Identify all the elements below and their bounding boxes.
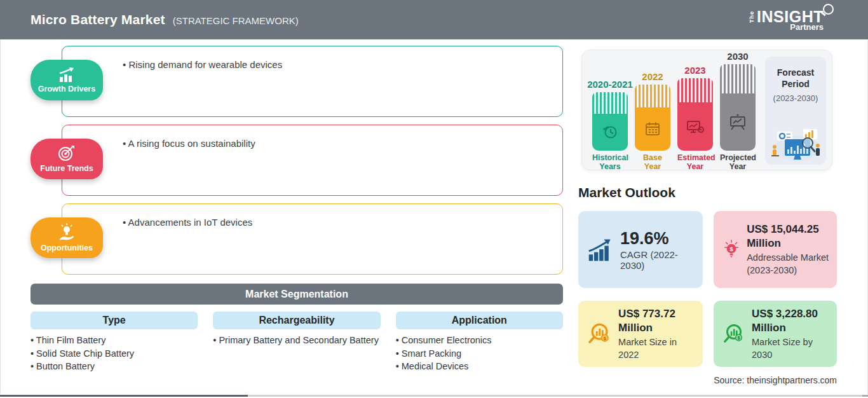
- projection-screen-icon: [728, 113, 747, 131]
- bar: [677, 78, 713, 151]
- opportunities-box: Advancements in IoT devices: [62, 203, 563, 275]
- timeline-bar-projected: 2030: [720, 51, 756, 151]
- logo-partners-text: Partners: [790, 23, 824, 31]
- forecast-illustration: [768, 124, 823, 161]
- cagr-value: 19.6%: [620, 229, 695, 248]
- bar-stripes: [677, 78, 713, 102]
- opportunities-badge: Opportunities: [31, 217, 103, 258]
- bar: [635, 85, 670, 151]
- bar-label-base: Base Year: [635, 153, 670, 171]
- segmentation-lists: Thin Film Battery Solid State Chip Batte…: [31, 334, 563, 373]
- bar: [592, 92, 628, 151]
- growth-drivers-box: Rising demand for wearable devices: [62, 46, 563, 117]
- timeline-bar-historical: 2020-2021: [592, 79, 628, 151]
- bar-stripes: [720, 64, 756, 93]
- forecast-period-title: Forecast Period: [765, 67, 826, 90]
- section-growth-drivers: Rising demand for wearable devices Growt…: [31, 46, 563, 117]
- magnifier-chart-icon: $: [722, 319, 745, 349]
- bar-stripes: [592, 92, 628, 114]
- forecast-period-range: (2023-2030): [765, 93, 826, 103]
- size-2030-value: US$ 3,228.80 Million: [752, 307, 829, 335]
- bar-body: [720, 93, 756, 151]
- year-label: 2023: [684, 65, 705, 76]
- bar-stripes: [635, 85, 670, 107]
- segment-header-rechargeability: Rechargeability: [213, 312, 380, 329]
- bar-growth-arrow-icon: [587, 237, 614, 263]
- cagr-card: 19.6% CAGR (2022-2030): [578, 211, 703, 288]
- page-subtitle: (STRATEGIC FRAMEWORK): [173, 15, 299, 26]
- segment-header-application: Application: [396, 312, 563, 329]
- future-trends-badge: Future Trends: [31, 139, 103, 179]
- section-future-trends: A rising focus on sustainability Future …: [31, 125, 563, 196]
- forecast-period-panel: Forecast Period (2023-2030): [765, 57, 826, 165]
- outlook-cards: 19.6% CAGR (2022-2030) $ US$ 15,044.25 M…: [578, 211, 837, 367]
- timeline-bar-labels: Historical Years Base Year Estimated Yea…: [592, 153, 768, 171]
- year-label: 2020-2021: [587, 79, 633, 90]
- year-label: 2030: [727, 51, 748, 62]
- list-item: Button Battery: [31, 360, 198, 373]
- bar-body: [592, 114, 628, 151]
- timeline-bar-estimated: 2023: [677, 65, 713, 151]
- market-segmentation-bar: Market Segmentation: [31, 284, 563, 305]
- segmentation-headers: Type Rechargeability Application: [31, 312, 563, 329]
- header-bar: Micro Battery Market (STRATEGIC FRAMEWOR…: [0, 0, 868, 39]
- bar-label-estimated: Estimated Year: [677, 153, 713, 171]
- timeline-card: 2020-2021 2022: [581, 50, 832, 170]
- size-2030-caption: Market Size by 2030: [752, 336, 829, 361]
- addressable-market-card: $ US$ 15,044.25 Million Addressable Mark…: [714, 211, 837, 288]
- header-title-wrap: Micro Battery Market (STRATEGIC FRAMEWOR…: [31, 12, 299, 27]
- size-2022-caption: Market Size in 2022: [618, 336, 695, 361]
- svg-text:$: $: [604, 336, 606, 341]
- scrollbar-corner: [862, 395, 868, 397]
- badge-label: Future Trends: [40, 164, 93, 173]
- cagr-caption: CAGR (2022-2030): [620, 249, 695, 271]
- infographic-page: Micro Battery Market (STRATEGIC FRAMEWOR…: [0, 0, 868, 398]
- svg-text:$: $: [730, 245, 733, 252]
- calendar-icon: [644, 120, 661, 138]
- size-2022-text: US$ 773.72 Million Market Size in 2022: [618, 307, 695, 361]
- segment-header-type: Type: [31, 312, 198, 329]
- future-trend-bullet: A rising focus on sustainability: [123, 138, 551, 149]
- cagr-text: 19.6% CAGR (2022-2030): [620, 229, 695, 271]
- magnifier-chart-icon: $: [587, 319, 612, 349]
- history-clock-icon: [601, 123, 619, 141]
- page-left-border: [0, 39, 1, 394]
- logo-insight-text: INSIGHT: [757, 9, 824, 24]
- insight-partners-logo: The INSIGHT Partners: [749, 9, 832, 31]
- timeline-bars: 2020-2021 2022: [592, 55, 768, 151]
- page-title: Micro Battery Market: [31, 12, 165, 27]
- list-item: Solid State Chip Battery: [31, 347, 198, 360]
- source-attribution: Source: theinsightpartners.com: [714, 375, 837, 385]
- growth-drivers-badge: Growth Drivers: [31, 60, 103, 100]
- addressable-caption: Addressable Market (2023-2030): [747, 251, 829, 277]
- year-label: 2022: [642, 71, 663, 82]
- addressable-value: US$ 15,044.25 Million: [747, 223, 829, 250]
- segment-list-application: Consumer Electronics Smart Packing Medic…: [396, 334, 563, 373]
- badge-label: Opportunities: [41, 244, 93, 252]
- svg-text:$: $: [738, 336, 740, 341]
- section-opportunities: Advancements in IoT devices Opportunitie…: [31, 203, 563, 275]
- timeline-bar-base: 2022: [635, 71, 670, 151]
- list-item: Smart Packing: [396, 347, 563, 360]
- logo-the-text: The: [749, 11, 755, 23]
- bar-body: [677, 102, 713, 151]
- bar-label-historical: Historical Years: [592, 153, 628, 171]
- logo-text-column: INSIGHT Partners: [757, 9, 824, 31]
- size-2030-text: US$ 3,228.80 Million Market Size by 2030: [752, 307, 829, 361]
- list-item: Primary Battery and Secondary Battery: [213, 334, 380, 347]
- growth-chart-icon: [56, 67, 78, 83]
- market-outlook-title: Market Outlook: [578, 185, 675, 200]
- bar-label-projected: Projected Year: [720, 153, 756, 171]
- future-trends-box: A rising focus on sustainability: [62, 125, 563, 196]
- horizontal-scrollbar-thumb[interactable]: [0, 395, 248, 397]
- list-item: Consumer Electronics: [396, 334, 563, 347]
- estimate-monitor-gear-icon: [686, 118, 705, 135]
- addressable-text: US$ 15,044.25 Million Addressable Market…: [747, 223, 829, 277]
- list-item: Thin Film Battery: [31, 334, 198, 347]
- market-segmentation-title: Market Segmentation: [245, 289, 348, 300]
- market-size-2030-card: $ US$ 3,228.80 Million Market Size by 20…: [714, 301, 837, 367]
- growth-driver-bullet: Rising demand for wearable devices: [123, 59, 551, 70]
- list-item: Medical Devices: [396, 360, 563, 373]
- target-dart-icon: [56, 145, 78, 163]
- segment-list-type: Thin Film Battery Solid State Chip Batte…: [31, 334, 198, 373]
